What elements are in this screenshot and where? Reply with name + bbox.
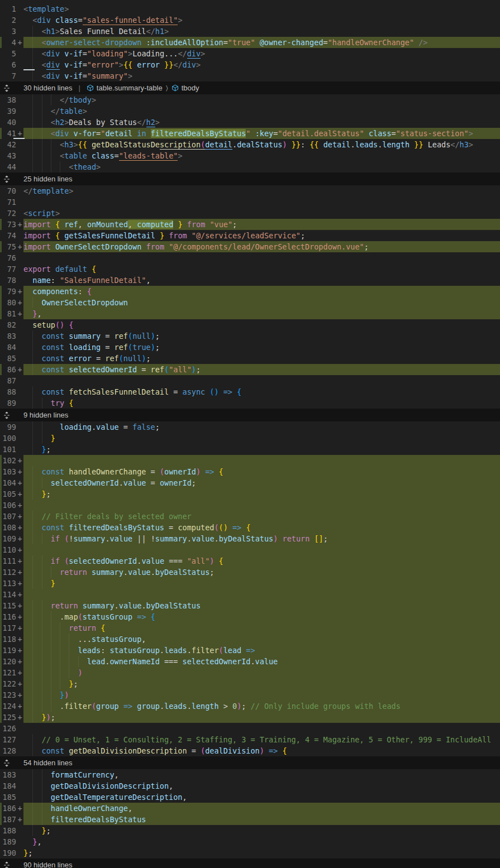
code-text[interactable]: };: [23, 488, 500, 500]
hidden-lines-separator[interactable]: 90 hidden lines: [0, 859, 500, 868]
line-number-gutter[interactable]: 111+: [0, 555, 23, 567]
line-number-gutter[interactable]: 190: [0, 847, 23, 859]
code-text[interactable]: OwnerSelectDropdown: [23, 297, 500, 308]
hidden-lines-separator[interactable]: 25 hidden lines: [0, 172, 500, 185]
line-number-gutter[interactable]: 120+: [0, 656, 23, 667]
line-number[interactable]: 117: [0, 622, 16, 634]
line-number[interactable]: 125: [0, 712, 16, 723]
hidden-lines-separator[interactable]: 9 hidden lines: [0, 409, 500, 421]
code-text[interactable]: const error = ref(null);: [23, 353, 500, 364]
line-number[interactable]: 185: [0, 792, 16, 803]
line-number-gutter[interactable]: 88: [0, 386, 23, 397]
line-number-gutter[interactable]: 118+: [0, 634, 23, 645]
code-text[interactable]: <div class="sales-funnel-detail">: [23, 15, 500, 26]
line-number-gutter[interactable]: 42: [0, 139, 23, 150]
line-number-gutter[interactable]: 99: [0, 421, 23, 433]
line-number[interactable]: 77: [0, 263, 16, 275]
line-number-gutter[interactable]: 6: [0, 59, 23, 70]
code-text[interactable]: <template>: [23, 3, 500, 15]
line-number-gutter[interactable]: 112+: [0, 567, 23, 578]
line-number-gutter[interactable]: 80+: [0, 297, 23, 308]
code-text[interactable]: [23, 455, 500, 466]
line-number-gutter[interactable]: 125+: [0, 712, 23, 723]
line-number-gutter[interactable]: 106+: [0, 500, 23, 511]
code-text[interactable]: <div v-if="summary">: [23, 70, 500, 81]
code-text[interactable]: const getDealDivisionDescription = (deal…: [23, 745, 500, 756]
line-number-gutter[interactable]: 188: [0, 825, 23, 836]
line-number-gutter[interactable]: 83: [0, 330, 23, 342]
code-text[interactable]: const filteredDealsByStatus = computed((…: [23, 522, 500, 533]
code-text[interactable]: .map(statusGroup => {: [23, 611, 500, 622]
line-number[interactable]: 100: [0, 433, 16, 444]
line-number[interactable]: 88: [0, 386, 16, 397]
code-text[interactable]: [23, 723, 500, 734]
line-number[interactable]: 111: [0, 555, 16, 567]
line-number[interactable]: 189: [0, 836, 16, 847]
unfold-icon[interactable]: [3, 759, 11, 767]
line-number[interactable]: 102: [0, 455, 16, 466]
line-number[interactable]: 5: [0, 48, 16, 59]
line-number-gutter[interactable]: 71: [0, 196, 23, 208]
line-number-gutter[interactable]: 119+: [0, 645, 23, 656]
line-number-gutter[interactable]: 87: [0, 375, 23, 386]
line-number[interactable]: 104: [0, 477, 16, 488]
line-number[interactable]: 82: [0, 319, 16, 330]
line-number-gutter[interactable]: 105+: [0, 488, 23, 500]
line-number[interactable]: 113: [0, 578, 16, 589]
line-number[interactable]: 120: [0, 656, 16, 667]
line-number-gutter[interactable]: 78: [0, 275, 23, 286]
line-number-gutter[interactable]: 4+: [0, 37, 23, 48]
line-number-gutter[interactable]: 40: [0, 117, 23, 128]
line-number-gutter[interactable]: 127: [0, 734, 23, 745]
line-number[interactable]: 107: [0, 511, 16, 522]
line-number[interactable]: 86: [0, 364, 16, 375]
line-number-gutter[interactable]: 82: [0, 319, 23, 330]
line-number[interactable]: 109: [0, 533, 16, 544]
line-number[interactable]: 43: [0, 150, 16, 161]
code-text[interactable]: lead.ownerNameId === selectedOwnerId.val…: [23, 656, 500, 667]
line-number[interactable]: 89: [0, 397, 16, 409]
line-number[interactable]: 85: [0, 353, 16, 364]
code-text[interactable]: getDealTemperatureDescription,: [23, 792, 500, 803]
code-text[interactable]: <h1>Sales Funnel Detail</h1>: [23, 26, 500, 37]
line-number[interactable]: 81: [0, 308, 16, 319]
code-text[interactable]: return summary.value.byDealStatus: [23, 600, 500, 611]
line-number-gutter[interactable]: 123+: [0, 689, 23, 701]
line-number-gutter[interactable]: 43: [0, 150, 23, 161]
code-text[interactable]: </template>: [23, 185, 500, 196]
code-text[interactable]: <script>: [23, 208, 500, 219]
breadcrumb-item[interactable]: table.summary-table: [87, 84, 163, 92]
line-number-gutter[interactable]: 183: [0, 769, 23, 780]
breadcrumb-item[interactable]: tbody: [172, 84, 199, 92]
code-text[interactable]: const loading = ref(true);: [23, 342, 500, 353]
line-number-gutter[interactable]: 84: [0, 342, 23, 353]
line-number-gutter[interactable]: 117+: [0, 622, 23, 634]
code-text[interactable]: <div v-if="loading">Loading...</div>: [23, 48, 500, 59]
line-number-gutter[interactable]: 108+: [0, 522, 23, 533]
line-number-gutter[interactable]: 41+: [0, 128, 23, 139]
line-number-gutter[interactable]: 79+: [0, 286, 23, 297]
line-number-gutter[interactable]: 70: [0, 185, 23, 196]
code-text[interactable]: import { ref, onMounted, computed } from…: [23, 219, 500, 230]
code-text[interactable]: <table class="leads-table">: [23, 150, 500, 161]
line-number-gutter[interactable]: 102+: [0, 455, 23, 466]
line-number[interactable]: 123: [0, 689, 16, 701]
line-number[interactable]: 101: [0, 444, 16, 455]
line-number-gutter[interactable]: 104+: [0, 477, 23, 488]
code-text[interactable]: filteredDealsByStatus: [23, 814, 500, 825]
line-number[interactable]: 190: [0, 847, 16, 859]
code-text[interactable]: <thead>: [23, 161, 500, 172]
line-number[interactable]: 38: [0, 94, 16, 105]
code-text[interactable]: return {: [23, 622, 500, 634]
code-text[interactable]: loading.value = false;: [23, 421, 500, 433]
code-text[interactable]: .filter(group => group.leads.length > 0)…: [23, 701, 500, 712]
line-number-gutter[interactable]: 115+: [0, 600, 23, 611]
line-number[interactable]: 83: [0, 330, 16, 342]
code-text[interactable]: try {: [23, 397, 500, 409]
line-number-gutter[interactable]: 124+: [0, 701, 23, 712]
hidden-lines-separator[interactable]: 30 hidden lines|table.summary-table〉tbod…: [0, 81, 500, 94]
line-number[interactable]: 76: [0, 252, 16, 263]
unfold-icon[interactable]: [3, 861, 11, 868]
code-text[interactable]: <div v-for="detail in filteredDealsBySta…: [23, 128, 500, 139]
unfold-icon[interactable]: [3, 175, 11, 183]
